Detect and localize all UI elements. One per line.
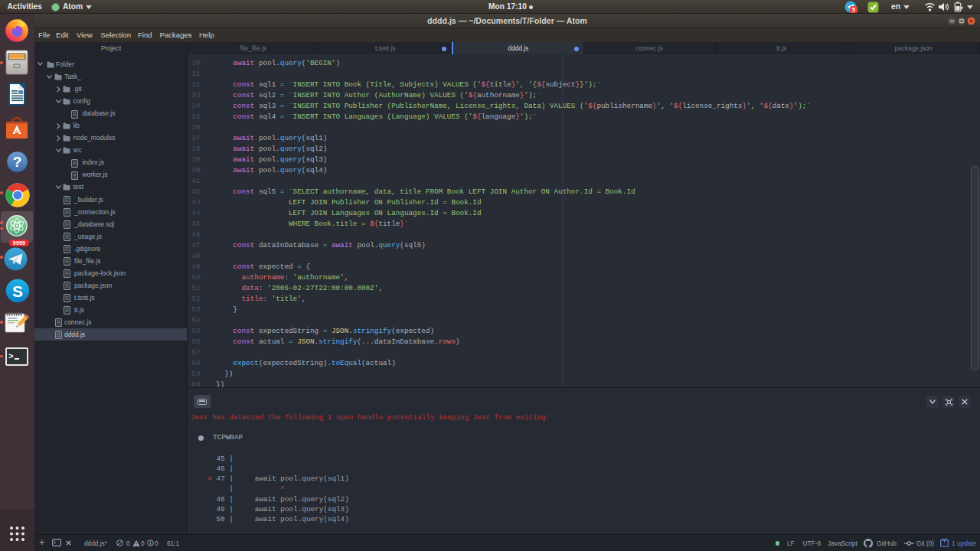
- svg-text:S: S: [12, 282, 23, 300]
- svg-text:?: ?: [13, 154, 22, 170]
- svg-text:>: >: [8, 352, 14, 361]
- svg-text:5: 5: [852, 7, 855, 12]
